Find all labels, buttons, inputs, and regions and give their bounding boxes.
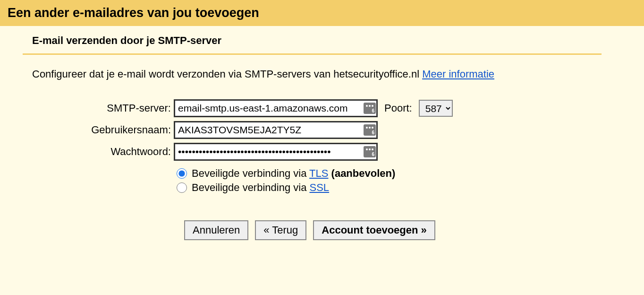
tls-suffix: (aanbevolen) xyxy=(328,167,395,179)
ssl-option[interactable]: Beveiligde verbinding via SSL xyxy=(177,182,644,194)
username-label: Gebruikersnaam: xyxy=(32,124,174,136)
port-label: Poort: xyxy=(384,102,412,114)
password-label: Wachtwoord: xyxy=(32,146,174,158)
port-select[interactable]: 587 xyxy=(419,100,453,117)
smtp-server-row: SMTP-server: 6 Poort: 587 xyxy=(32,99,644,117)
divider xyxy=(23,53,602,55)
ssl-prefix: Beveiligde verbinding via xyxy=(192,182,310,193)
dialog-header: Een ander e-mailadres van jou toevoegen xyxy=(0,0,644,26)
tls-option[interactable]: Beveiligde verbinding via TLS (aanbevole… xyxy=(177,167,644,180)
ssl-link[interactable]: SSL xyxy=(310,182,330,193)
smtp-server-input[interactable] xyxy=(174,99,378,117)
password-row: Wachtwoord: 6 xyxy=(32,143,644,161)
smtp-server-label: SMTP-server: xyxy=(32,102,174,114)
tls-link[interactable]: TLS xyxy=(309,167,328,179)
instruction-prefix: Configureer dat je e-mail wordt verzonde… xyxy=(32,68,422,80)
add-account-button[interactable]: Account toevoegen » xyxy=(313,220,435,240)
more-info-link[interactable]: Meer informatie xyxy=(422,68,494,80)
security-options: Beveiligde verbinding via TLS (aanbevole… xyxy=(177,167,644,194)
button-row: Annuleren « Terug Account toevoegen » xyxy=(184,220,644,240)
section-title: E-mail verzenden door je SMTP-server xyxy=(23,35,644,53)
username-input[interactable] xyxy=(174,121,378,139)
tls-prefix: Beveiligde verbinding via xyxy=(192,167,309,179)
ssl-radio[interactable] xyxy=(177,182,187,193)
dialog-title: Een ander e-mailadres van jou toevoegen xyxy=(8,6,636,20)
username-row: Gebruikersnaam: 6 xyxy=(32,121,644,139)
dialog-content: E-mail verzenden door je SMTP-server Con… xyxy=(0,26,644,240)
back-button[interactable]: « Terug xyxy=(255,220,306,240)
smtp-form: SMTP-server: 6 Poort: 587 Gebruikersnaam… xyxy=(23,99,644,240)
password-input[interactable] xyxy=(174,143,378,161)
tls-radio[interactable] xyxy=(177,168,187,179)
cancel-button[interactable]: Annuleren xyxy=(184,220,248,240)
instruction-text: Configureer dat je e-mail wordt verzonde… xyxy=(23,68,644,80)
